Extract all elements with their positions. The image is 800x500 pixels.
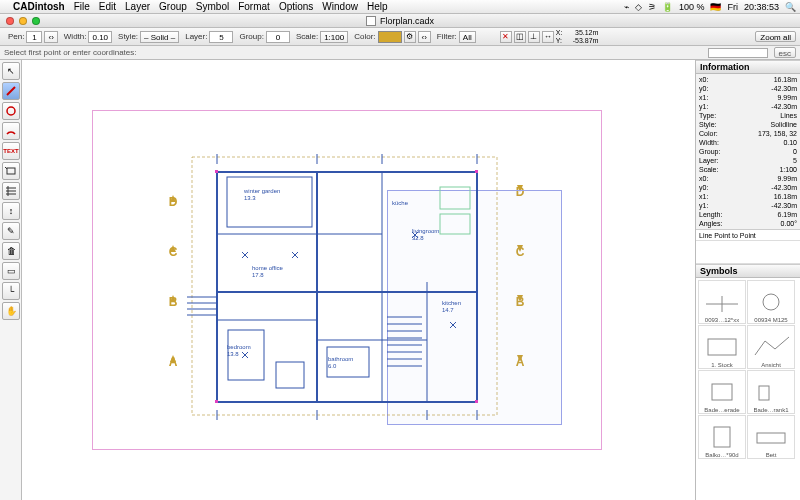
coord-y-label: Y: (556, 37, 562, 44)
pen-field[interactable]: 1 (26, 31, 42, 43)
label-kuche: küche (392, 200, 408, 207)
tool-delete[interactable]: 🗑 (2, 242, 20, 260)
battery-pct: 100 % (679, 2, 705, 12)
layer-field[interactable]: 5 (209, 31, 233, 43)
width-label: Width: (64, 32, 87, 41)
bluetooth-icon[interactable]: ⌁ (624, 2, 629, 12)
zoom-all-button[interactable]: Zoom all (755, 31, 796, 42)
svg-rect-17 (227, 177, 312, 227)
width-field[interactable]: 0.10 (88, 31, 112, 43)
svg-rect-37 (440, 187, 470, 209)
tool-text[interactable]: TEXT (2, 142, 20, 160)
snap-perp-icon[interactable]: ⊥ (528, 31, 540, 43)
coord-x-value: 35.12m (564, 29, 598, 37)
label-bedroom: bedroom 13.8 (227, 344, 251, 358)
scale-label: Scale: (296, 32, 318, 41)
clock-day: Fri (727, 2, 738, 12)
label-home-office: home office 17.8 (252, 265, 283, 279)
document-icon (366, 16, 376, 26)
information-body: x0:16.18my0:-42.30mx1:9.99my1:-42.30mTyp… (696, 74, 800, 229)
information-header: Information (696, 60, 800, 74)
label-winter-garden: winter garden 13.3 (244, 188, 280, 202)
info-row: Type:Lines (699, 111, 797, 120)
command-input[interactable] (708, 48, 768, 58)
svg-rect-66 (759, 386, 769, 400)
tool-circle[interactable] (2, 102, 20, 120)
color-swatch[interactable] (378, 31, 402, 43)
style-label: Style: (118, 32, 138, 41)
info-row: x1:9.99m (699, 93, 797, 102)
menu-help[interactable]: Help (367, 1, 388, 12)
menubar[interactable]: CADintosh File Edit Layer Group Symbol F… (0, 0, 800, 14)
symbol-item[interactable]: Balko…*90d (698, 415, 746, 459)
info-row: Width:0.10 (699, 138, 797, 147)
svg-rect-64 (708, 339, 736, 355)
info-row: x0:16.18m (699, 75, 797, 84)
menu-format[interactable]: Format (238, 1, 270, 12)
tool-line[interactable] (2, 82, 20, 100)
options-toolbar: Pen: 1‹› Width: 0.10 Style: – Solid – La… (0, 28, 800, 46)
snap-mid-icon[interactable]: ↔ (542, 31, 554, 43)
scale-select[interactable]: 1:100 (320, 31, 348, 43)
tool-transform[interactable]: ↕ (2, 202, 20, 220)
symbol-item[interactable]: 0093…12*xx (698, 280, 746, 324)
minimize-button[interactable] (19, 17, 27, 25)
group-field[interactable]: 0 (266, 31, 290, 43)
info-row: y1:-42.30m (699, 102, 797, 111)
battery-icon[interactable]: 🔋 (662, 2, 673, 12)
pen-stepper[interactable]: ‹› (44, 31, 57, 43)
svg-rect-67 (714, 427, 730, 447)
menu-symbol[interactable]: Symbol (196, 1, 229, 12)
zoom-button[interactable] (32, 17, 40, 25)
snap-grid-icon[interactable]: ◫ (514, 31, 526, 43)
flag-icon[interactable]: 🇩🇪 (710, 2, 721, 12)
tool-pan[interactable]: ✋ (2, 302, 20, 320)
prompt-text: Select first point or enter coordinates: (4, 48, 137, 57)
symbol-item[interactable]: Bett (747, 415, 795, 459)
filter-label: Filter: (437, 32, 457, 41)
label-livingroom: livingroom 32.8 (412, 228, 439, 242)
clock-time: 20:38:53 (744, 2, 779, 12)
drawing-canvas[interactable]: A B C D A B C D (22, 60, 696, 500)
style-select[interactable]: – Solid – (140, 31, 179, 43)
color-picker-icon[interactable]: ⚙ (404, 31, 416, 43)
dropbox-icon[interactable]: ◇ (635, 2, 642, 12)
symbols-grid[interactable]: 0093…12*xx00934 M1251. StockAnsichtBade…… (696, 278, 800, 500)
symbol-item[interactable]: Ansicht (747, 325, 795, 369)
document-title: Florplan.cadx (380, 16, 434, 26)
menu-options[interactable]: Options (279, 1, 313, 12)
svg-rect-35 (276, 362, 304, 388)
app-name[interactable]: CADintosh (13, 1, 65, 12)
tool-ortho[interactable]: └ (2, 282, 20, 300)
esc-button[interactable]: esc (774, 47, 796, 58)
info-row: Angles:0.00° (699, 219, 797, 228)
snap-x-icon[interactable]: ✕ (500, 31, 512, 43)
info-row: Group:0 (699, 147, 797, 156)
close-button[interactable] (6, 17, 14, 25)
svg-point-63 (763, 294, 779, 310)
axis-d-left: D (169, 195, 178, 209)
tool-pointer[interactable]: ↖ (2, 62, 20, 80)
tool-hatch[interactable] (2, 182, 20, 200)
menu-window[interactable]: Window (322, 1, 358, 12)
svg-rect-60 (475, 400, 478, 403)
symbol-item[interactable]: 00934 M125 (747, 280, 795, 324)
tool-palette: ↖ TEXT ↕ ✎ 🗑 ▭ └ ✋ (0, 60, 22, 500)
wifi-icon[interactable]: ⚞ (648, 2, 656, 12)
menu-edit[interactable]: Edit (99, 1, 116, 12)
symbol-item[interactable]: Bade…erade (698, 370, 746, 414)
menu-group[interactable]: Group (159, 1, 187, 12)
menu-layer[interactable]: Layer (125, 1, 150, 12)
symbol-item[interactable]: Bade…rank1 (747, 370, 795, 414)
symbol-item[interactable]: 1. Stock (698, 325, 746, 369)
tool-dimension[interactable] (2, 162, 20, 180)
filter-select[interactable]: All (459, 31, 476, 43)
color-stepper[interactable]: ‹› (418, 31, 431, 43)
tool-edit[interactable]: ✎ (2, 222, 20, 240)
spotlight-icon[interactable]: 🔍 (785, 2, 796, 12)
tool-arc[interactable] (2, 122, 20, 140)
tool-rect[interactable]: ▭ (2, 262, 20, 280)
pen-label: Pen: (8, 32, 24, 41)
color-label: Color: (354, 32, 375, 41)
menu-file[interactable]: File (74, 1, 90, 12)
